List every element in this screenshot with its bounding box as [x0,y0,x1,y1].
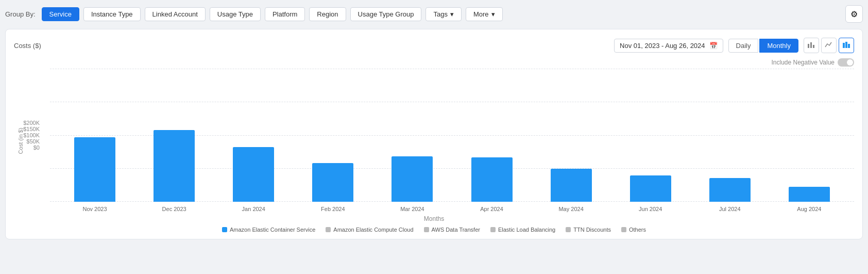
legend-item-1: Amazon Elastic Compute Cloud [326,227,413,233]
bar-3[interactable] [312,163,353,202]
bar-group-4 [372,156,452,202]
chart-controls: Nov 01, 2023 - Aug 26, 2024 📅 Daily Mont… [614,38,854,53]
calendar-icon: 📅 [709,42,718,50]
date-range-picker[interactable]: Nov 01, 2023 - Aug 26, 2024 📅 [614,39,723,53]
bar-group-7 [611,175,690,202]
group-btn-linked-account[interactable]: Linked Account [145,7,206,21]
bar-9[interactable] [789,187,830,202]
group-by-label: Group By: [5,10,36,18]
legend-label-1: Amazon Elastic Compute Cloud [333,227,413,233]
bar-chart-icon [807,41,815,51]
bar-6[interactable] [551,169,592,202]
bar-0[interactable] [74,137,115,202]
view-toggle: Daily Monthly [728,39,798,53]
group-btn-usage-type[interactable]: Usage Type [210,7,261,21]
x-label-8: Jul 2024 [690,202,770,213]
group-btn-usage-type-group[interactable]: Usage Type Group [350,7,422,21]
line-chart-btn[interactable] [821,38,837,53]
legend-label-0: Amazon Elastic Container Service [230,227,315,233]
x-label-0: Nov 2023 [55,202,134,213]
bar-1[interactable] [154,130,195,202]
negative-value-row: Include Negative Value [14,58,854,67]
group-btn-tags[interactable]: Tags ▾ [426,7,461,21]
chart-container: Costs ($) Nov 01, 2023 - Aug 26, 2024 📅 … [5,29,863,239]
stacked-chart-btn[interactable] [839,38,854,53]
group-btn-instance-type[interactable]: Instance Type [83,7,141,21]
bar-2[interactable] [233,147,274,202]
bar-group-1 [134,130,214,202]
bar-group-6 [532,169,611,202]
legend-item-4: TTN Discounts [566,227,611,233]
tags-arrow-icon: ▾ [450,10,454,18]
bar-chart-btn[interactable] [804,38,819,53]
svg-rect-2 [813,45,814,48]
x-labels: Nov 2023Dec 2023Jan 2024Feb 2024Mar 2024… [50,202,854,213]
svg-rect-1 [810,42,812,48]
bar-group-3 [293,163,372,202]
legend-dot-5 [621,227,626,232]
x-label-3: Feb 2024 [293,202,372,213]
y-label-200k: $200K [23,120,40,126]
x-label-9: Aug 2024 [770,202,849,213]
y-label-50k: $50K [26,138,40,144]
tags-label: Tags [433,10,447,18]
chart-legend: Amazon Elastic Container ServiceAmazon E… [14,227,854,233]
chart-area: Cost (in $) $200K $150K $100K $50K $0 [14,69,854,213]
x-axis-title: Months [14,215,854,222]
settings-icon: ⚙ [850,9,858,19]
y-axis-title: Cost (in $) [18,128,24,154]
chart-inner: Nov 2023Dec 2023Jan 2024Feb 2024Mar 2024… [50,69,854,213]
y-label-150k: $150K [23,126,40,132]
settings-button[interactable]: ⚙ [845,5,863,23]
legend-item-5: Others [621,227,646,233]
page: Group By: Service Instance Type Linked A… [0,0,868,274]
x-label-5: Apr 2024 [452,202,531,213]
chart-header: Costs ($) Nov 01, 2023 - Aug 26, 2024 📅 … [14,38,854,53]
legend-dot-0 [222,227,227,232]
monthly-view-btn[interactable]: Monthly [759,39,798,53]
y-label-0: $0 [33,144,40,151]
legend-label-2: AWS Data Transfer [432,227,480,233]
svg-rect-4 [845,42,847,48]
legend-label-4: TTN Discounts [573,227,611,233]
group-btn-service[interactable]: Service [42,7,79,21]
daily-view-btn[interactable]: Daily [728,39,759,53]
bar-group-8 [690,178,770,202]
negative-value-label: Include Negative Value [771,59,835,66]
negative-value-toggle[interactable] [838,58,854,67]
bar-7[interactable] [630,175,671,202]
legend-dot-2 [424,227,429,232]
y-label-100k: $100K [23,132,40,138]
legend-item-0: Amazon Elastic Container Service [222,227,315,233]
more-arrow-icon: ▾ [491,10,495,18]
legend-dot-1 [326,227,331,232]
stacked-chart-icon [842,41,850,51]
svg-rect-3 [843,43,845,48]
bar-4[interactable] [392,156,433,202]
x-label-7: Jun 2024 [611,202,690,213]
date-range-text: Nov 01, 2023 - Aug 26, 2024 [620,42,705,50]
group-btn-more[interactable]: More ▾ [466,7,503,21]
group-btn-region[interactable]: Region [309,7,346,21]
legend-label-3: Elastic Load Balancing [498,227,555,233]
more-label: More [473,10,489,18]
bar-group-2 [214,147,293,202]
bars-wrapper [50,69,854,202]
line-chart-icon [825,41,833,51]
bar-8[interactable] [709,178,751,202]
bar-group-9 [770,187,849,202]
legend-label-5: Others [629,227,646,233]
x-label-1: Dec 2023 [134,202,214,213]
x-label-6: May 2024 [532,202,611,213]
group-btn-platform[interactable]: Platform [265,7,305,21]
x-label-4: Mar 2024 [372,202,452,213]
x-label-2: Jan 2024 [214,202,293,213]
bar-5[interactable] [471,157,513,202]
legend-item-2: AWS Data Transfer [424,227,480,233]
legend-item-3: Elastic Load Balancing [490,227,555,233]
svg-rect-5 [848,44,850,48]
chart-type-buttons [804,38,854,53]
legend-dot-3 [490,227,496,232]
group-by-bar: Group By: Service Instance Type Linked A… [5,5,863,23]
bar-group-0 [55,137,134,202]
